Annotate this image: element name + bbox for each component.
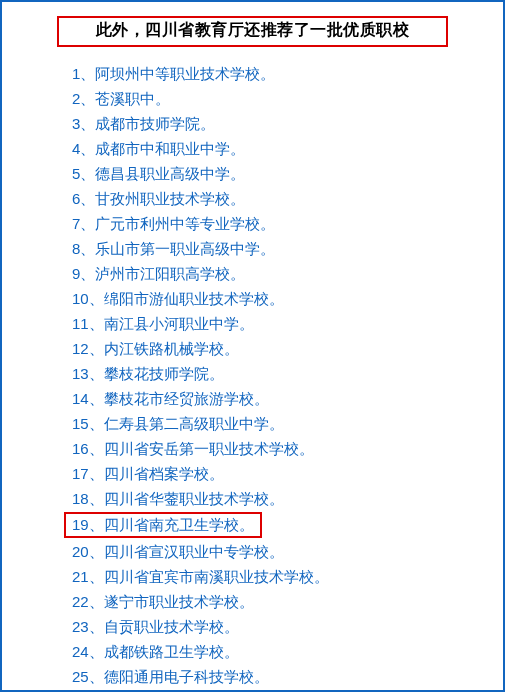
list-item: 12、内江铁路机械学校。 bbox=[72, 336, 503, 361]
list-item: 19、四川省南充卫生学校。 bbox=[72, 511, 503, 539]
school-list: 1、阿坝州中等职业技术学校。2、苍溪职中。3、成都市技师学院。4、成都市中和职业… bbox=[72, 61, 503, 689]
list-item: 17、四川省档案学校。 bbox=[72, 461, 503, 486]
list-item: 4、成都市中和职业中学。 bbox=[72, 136, 503, 161]
list-item: 11、南江县小河职业中学。 bbox=[72, 311, 503, 336]
document-frame: 此外，四川省教育厅还推荐了一批优质职校 1、阿坝州中等职业技术学校。2、苍溪职中… bbox=[0, 0, 505, 692]
list-item: 10、绵阳市游仙职业技术学校。 bbox=[72, 286, 503, 311]
list-item: 3、成都市技师学院。 bbox=[72, 111, 503, 136]
list-item: 9、泸州市江阳职高学校。 bbox=[72, 261, 503, 286]
headline-highlight-box: 此外，四川省教育厅还推荐了一批优质职校 bbox=[57, 16, 448, 47]
list-item: 24、成都铁路卫生学校。 bbox=[72, 639, 503, 664]
list-item: 1、阿坝州中等职业技术学校。 bbox=[72, 61, 503, 86]
list-item: 18、四川省华蓥职业技术学校。 bbox=[72, 486, 503, 511]
list-item: 13、攀枝花技师学院。 bbox=[72, 361, 503, 386]
list-item: 2、苍溪职中。 bbox=[72, 86, 503, 111]
list-item: 20、四川省宣汉职业中专学校。 bbox=[72, 539, 503, 564]
list-item: 22、遂宁市职业技术学校。 bbox=[72, 589, 503, 614]
list-item: 15、仁寿县第二高级职业中学。 bbox=[72, 411, 503, 436]
headline-text: 此外，四川省教育厅还推荐了一批优质职校 bbox=[96, 21, 410, 38]
list-item: 5、德昌县职业高级中学。 bbox=[72, 161, 503, 186]
list-item: 7、广元市利州中等专业学校。 bbox=[72, 211, 503, 236]
list-item: 25、德阳通用电子科技学校。 bbox=[72, 664, 503, 689]
list-item: 6、甘孜州职业技术学校。 bbox=[72, 186, 503, 211]
list-item: 21、四川省宜宾市南溪职业技术学校。 bbox=[72, 564, 503, 589]
list-item: 14、攀枝花市经贸旅游学校。 bbox=[72, 386, 503, 411]
list-item: 8、乐山市第一职业高级中学。 bbox=[72, 236, 503, 261]
list-item: 16、四川省安岳第一职业技术学校。 bbox=[72, 436, 503, 461]
list-item: 23、自贡职业技术学校。 bbox=[72, 614, 503, 639]
list-item-highlighted: 19、四川省南充卫生学校。 bbox=[64, 512, 262, 538]
